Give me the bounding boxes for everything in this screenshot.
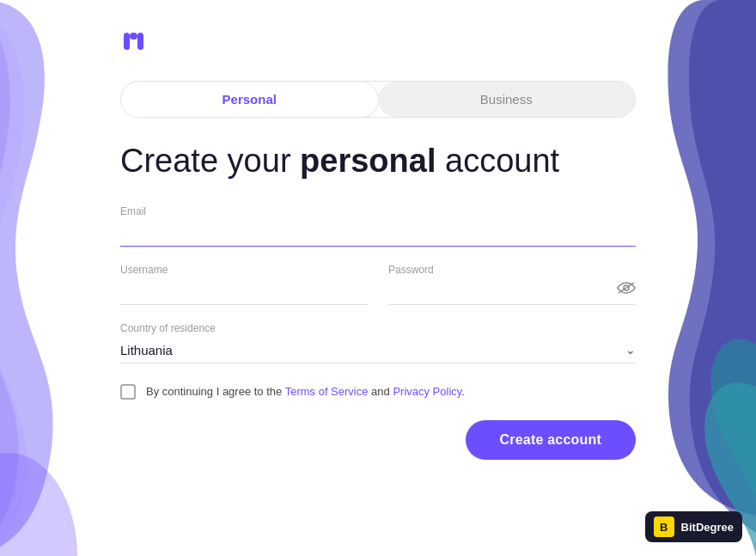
bitdegree-name: BitDegree <box>681 521 734 534</box>
agreement-checkbox[interactable] <box>120 384 136 400</box>
country-select[interactable]: Lithuania ⌄ <box>120 338 636 364</box>
credentials-row: Username Password <box>120 264 636 305</box>
email-input[interactable] <box>120 221 636 247</box>
country-label: Country of residence <box>120 322 636 334</box>
toggle-password-icon[interactable] <box>617 281 636 298</box>
password-input[interactable] <box>388 279 636 305</box>
username-field-group: Username <box>120 264 368 305</box>
page-heading: Create your personal account <box>120 142 636 181</box>
country-field-group: Country of residence Lithuania ⌄ <box>120 322 636 364</box>
main-content: Personal Business Create your personal a… <box>120 0 636 556</box>
account-type-switcher: Personal Business <box>120 81 636 118</box>
create-account-button[interactable]: Create account <box>466 420 636 460</box>
logo <box>120 26 636 60</box>
svg-rect-3 <box>130 33 137 40</box>
tab-personal[interactable]: Personal <box>120 81 379 118</box>
bitdegree-badge: B BitDegree <box>645 511 742 542</box>
svg-rect-2 <box>137 33 143 50</box>
agreement-text: By continuing I agree to the Terms of Se… <box>146 384 465 400</box>
bitdegree-logo-icon: B <box>654 516 674 537</box>
svg-rect-1 <box>124 33 130 50</box>
email-label: Email <box>120 205 636 217</box>
terms-of-service-link[interactable]: Terms of Service <box>285 385 369 398</box>
chevron-down-icon: ⌄ <box>625 343 636 357</box>
country-value-text: Lithuania <box>120 343 173 357</box>
username-input[interactable] <box>120 279 368 305</box>
privacy-policy-link[interactable]: Privacy Policy <box>393 385 461 398</box>
tab-business[interactable]: Business <box>378 82 636 117</box>
agreement-row: By continuing I agree to the Terms of Se… <box>120 384 636 400</box>
email-field-group: Email <box>120 205 636 247</box>
password-label: Password <box>388 264 636 276</box>
username-label: Username <box>120 264 368 276</box>
password-field-group: Password <box>388 264 636 305</box>
right-decoration <box>627 0 756 556</box>
left-decoration <box>0 0 112 556</box>
svg-point-0 <box>0 453 77 556</box>
